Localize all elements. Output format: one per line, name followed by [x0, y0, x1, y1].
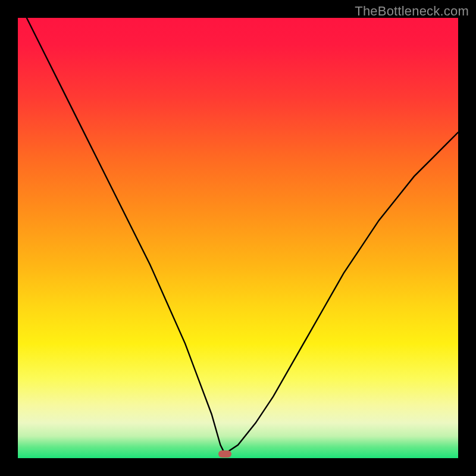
- curve-layer: [18, 18, 458, 458]
- watermark-text: TheBottleneck.com: [355, 4, 469, 19]
- plot-area: [18, 18, 458, 458]
- chart-frame: TheBottleneck.com: [0, 0, 476, 476]
- right-curve: [225, 132, 458, 453]
- bottleneck-marker: [218, 450, 231, 458]
- left-curve: [27, 18, 225, 454]
